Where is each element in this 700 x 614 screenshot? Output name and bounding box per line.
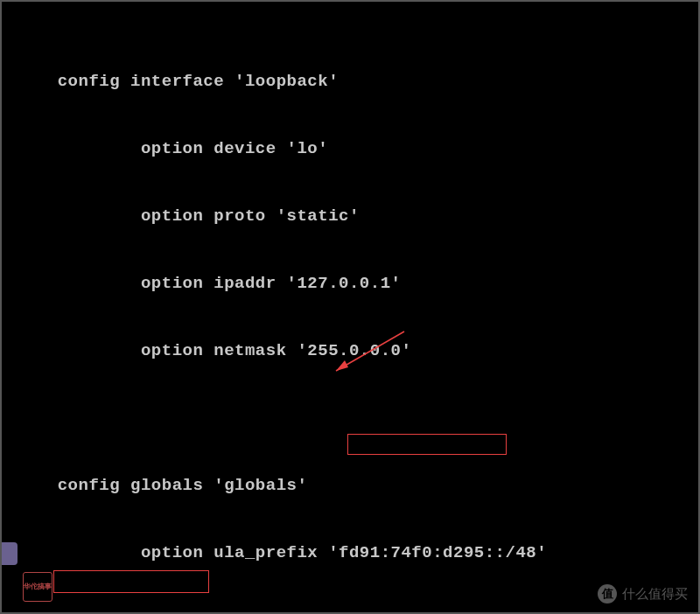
- config-line: config interface 'loopback': [26, 71, 674, 94]
- config-line: option ipaddr '127.0.0.1': [26, 273, 674, 296]
- terminal-output[interactable]: config interface 'loopback' option devic…: [26, 26, 674, 614]
- watermark-circle-icon: 值: [598, 584, 617, 604]
- watermark-seal: 华佗搞事: [23, 572, 52, 602]
- blank-line: [26, 610, 674, 614]
- watermark-text: 什么值得买: [622, 586, 688, 603]
- watermark-right: 值 什么值得买: [598, 584, 688, 604]
- config-line: config globals 'globals': [26, 475, 674, 498]
- config-line: option ula_prefix 'fd91:74f0:d295::/48': [26, 542, 674, 565]
- config-line: option netmask '255.0.0.0': [26, 340, 674, 363]
- blank-line: [26, 408, 674, 430]
- browser-tab-hint: [2, 542, 18, 565]
- config-line: option proto 'static': [26, 206, 674, 228]
- config-line: option device 'lo': [26, 138, 674, 161]
